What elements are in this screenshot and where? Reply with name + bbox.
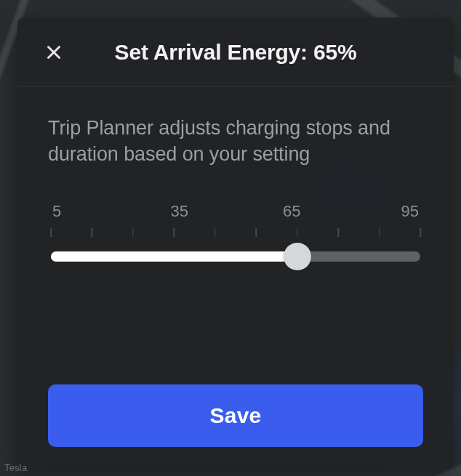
panel-header: Set Arrival Energy: 65% [17,17,454,86]
attribution-text: Tesla [4,462,27,473]
tick-label: 35 [165,202,194,221]
arrival-energy-panel: Set Arrival Energy: 65% Trip Planner adj… [17,17,454,469]
close-icon [44,43,63,62]
slider-tick-labels: 5 35 65 95 [51,202,420,221]
slider-thumb[interactable] [284,243,311,270]
close-button[interactable] [39,38,68,67]
panel-body: Trip Planner adjusts charging stops and … [17,86,454,469]
save-button[interactable]: Save [48,384,423,447]
description-text: Trip Planner adjusts charging stops and … [48,116,423,167]
slider-tick-marks [51,228,420,238]
slider-fill [51,251,297,262]
title-prefix: Set Arrival Energy: [115,40,313,64]
tick-label: 5 [52,202,81,221]
panel-title: Set Arrival Energy: 65% [68,40,403,65]
tick-label: 65 [277,202,306,221]
energy-slider[interactable]: 5 35 65 95 [48,202,423,262]
title-value: 65% [313,40,356,64]
slider-track[interactable] [51,251,420,262]
tick-label: 95 [390,202,419,221]
